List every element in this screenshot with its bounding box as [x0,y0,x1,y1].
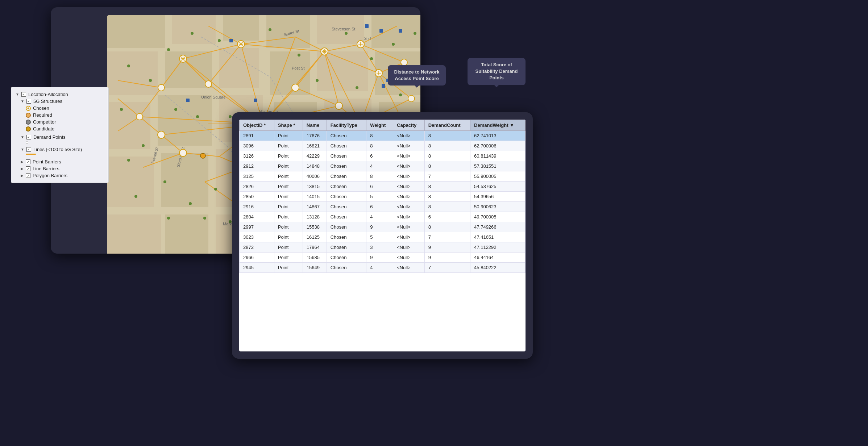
table-row[interactable]: 3125Point40006Chosen8<Null>755.900005 [240,171,526,182]
cell-capacity: <Null> [393,182,425,192]
cell-name: 17676 [303,131,327,141]
svg-point-215 [200,153,205,158]
cell-demandcount: 8 [424,131,470,141]
expand-5g-icon[interactable]: ▼ [21,99,24,103]
cell-demandweight: 57.381551 [470,161,526,171]
cell-name: 42229 [303,151,327,161]
col-header-weight[interactable]: Weight [366,120,393,131]
col-header-demandweight[interactable]: DemandWeight ▼ [470,120,526,131]
cell-shape: Point [274,171,303,182]
table-row[interactable]: 2916Point14867Chosen6<Null>850.900623 [240,202,526,212]
checkbox-location-allocation[interactable]: ✓ [21,92,26,97]
cell-weight: 6 [366,151,393,161]
svg-point-205 [127,159,130,162]
cell-shape: Point [274,141,303,151]
cell-name: 13815 [303,182,327,192]
table-row[interactable]: 3126Point42229Chosen6<Null>860.811439 [240,151,526,161]
svg-point-186 [120,108,123,111]
table-row[interactable]: 3023Point16125Chosen5<Null>747.41651 [240,232,526,242]
checkbox-demand[interactable]: ✓ [26,135,31,139]
svg-text:Post St: Post St [292,66,304,70]
cell-demandcount: 7 [424,171,470,182]
checkbox-lines[interactable]: ✓ [26,147,31,152]
svg-text:Stevenson St: Stevenson St [332,27,355,31]
col-header-shape[interactable]: Shape * [274,120,303,131]
cell-facilitytype: Chosen [327,232,366,242]
svg-point-202 [203,217,206,220]
cell-demandcount: 8 [424,222,470,232]
legend-polyb-label: Polygon Barriers [33,173,67,178]
checkbox-polyb[interactable]: ✓ [26,173,30,178]
cell-weight: 5 [366,192,393,202]
cell-facilitytype: Chosen [327,242,366,253]
expand-lb-icon[interactable]: ▶ [21,167,24,171]
expand-pb-icon[interactable]: ▶ [21,160,24,164]
expand-demand-icon[interactable]: ▼ [21,135,24,139]
svg-point-168 [269,28,271,31]
legend-location-allocation: ▼ ✓ Location-Allocation [16,91,104,98]
table-row[interactable]: 2826Point13815Chosen6<Null>854.537625 [240,182,526,192]
checkbox-lb[interactable]: ✓ [26,166,30,171]
table-row[interactable]: 2912Point14848Chosen4<Null>857.381551 [240,161,526,171]
svg-point-187 [142,144,145,147]
svg-rect-23 [165,214,208,254]
cell-objectid: 3125 [240,171,274,182]
svg-rect-1 [107,15,165,48]
legend-demand-label: Demand Points [33,134,66,140]
svg-rect-213 [254,99,257,102]
col-header-demandcount[interactable]: DemandCount [424,120,470,131]
cell-demandweight: 60.811439 [470,151,526,161]
table-row[interactable]: 2945Point15649Chosen4<Null>745.840222 [240,263,526,273]
table-row[interactable]: 2850Point14015Chosen5<Null>854.39656 [240,192,526,202]
svg-point-182 [196,115,199,118]
expand-polyb-icon[interactable]: ▶ [21,174,24,178]
cell-demandcount: 8 [424,151,470,161]
bubble-score-text: Total Score of Suitability Demand Points [475,62,518,80]
cell-objectid: 2916 [240,202,274,212]
cell-shape: Point [274,222,303,232]
checkbox-pb[interactable]: ✓ [26,159,30,164]
svg-rect-210 [382,84,385,88]
svg-point-188 [163,180,166,183]
table-row[interactable]: 2997Point15538Chosen9<Null>847.749266 [240,222,526,232]
expand-lines-icon[interactable]: ▼ [21,147,24,151]
table-row[interactable]: 2872Point17964Chosen3<Null>947.112292 [240,242,526,253]
col-header-capacity[interactable]: Capacity [393,120,425,131]
legend-competitor-label: Competitor [33,119,56,125]
table-row[interactable]: 2891Point17676Chosen8<Null>862.741013 [240,131,526,141]
col-header-facilitytype[interactable]: FacilityType [327,120,366,131]
cell-shape: Point [274,253,303,263]
cell-facilitytype: Chosen [327,263,366,273]
col-header-name[interactable]: Name [303,120,327,131]
svg-rect-10 [107,102,150,149]
legend-required-label: Required [33,112,52,118]
cell-capacity: <Null> [393,263,425,273]
table-screen: ObjectID *Shape *NameFacilityTypeWeightC… [232,112,533,359]
cell-demandweight: 50.900623 [470,202,526,212]
chosen-icon [26,106,31,111]
cell-capacity: <Null> [393,151,425,161]
speech-bubble-distance: Distance to Network Access Point Score [388,65,446,86]
cell-demandweight: 54.39656 [470,192,526,202]
cell-name: 40006 [303,171,327,182]
table-row[interactable]: 2804Point13128Chosen4<Null>649.700005 [240,212,526,222]
legend-5g-label: 5G Structures [33,99,62,104]
competitor-icon [26,120,31,125]
legend-title: Location-Allocation [28,92,68,97]
legend-lines: ▼ ✓ Lines (<100 to 5G Site) [16,146,104,153]
cell-weight: 5 [366,232,393,242]
expand-icon[interactable]: ▼ [16,92,19,96]
svg-text:Union Square: Union Square [201,95,225,99]
cell-demandweight: 55.900005 [470,171,526,182]
cell-weight: 9 [366,222,393,232]
col-header-objectid[interactable]: ObjectID * [240,120,274,131]
table-row[interactable]: 3096Point16821Chosen8<Null>862.700006 [240,141,526,151]
speech-bubble-score: Total Score of Suitability Demand Points [468,58,526,85]
svg-point-129 [158,131,165,138]
checkbox-5g[interactable]: ✓ [26,99,31,104]
cell-name: 17964 [303,242,327,253]
table-row[interactable]: 2966Point15685Chosen9<Null>946.44164 [240,253,526,263]
svg-point-173 [414,32,416,35]
cell-demandcount: 9 [424,253,470,263]
cell-objectid: 2872 [240,242,274,253]
